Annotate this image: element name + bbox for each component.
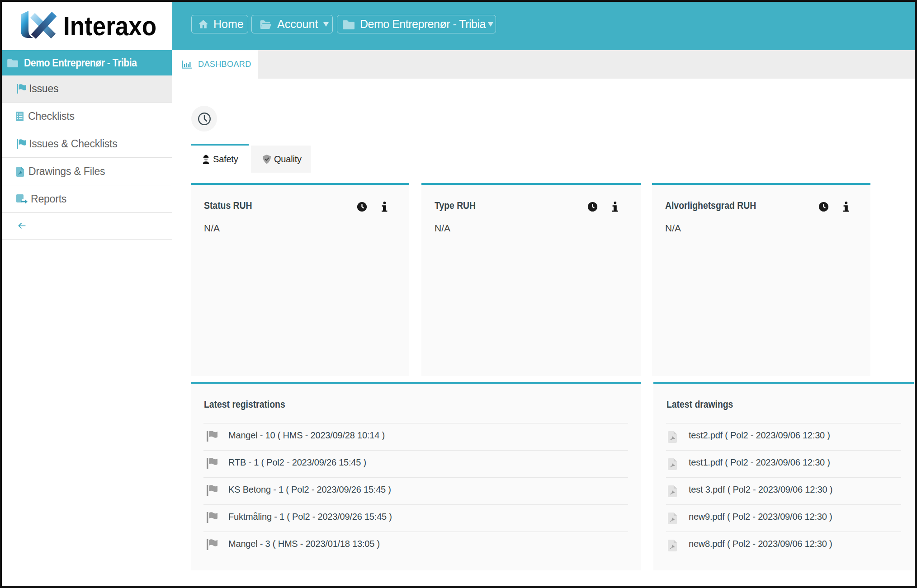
svg-text:Interaxo: Interaxo xyxy=(63,11,156,40)
